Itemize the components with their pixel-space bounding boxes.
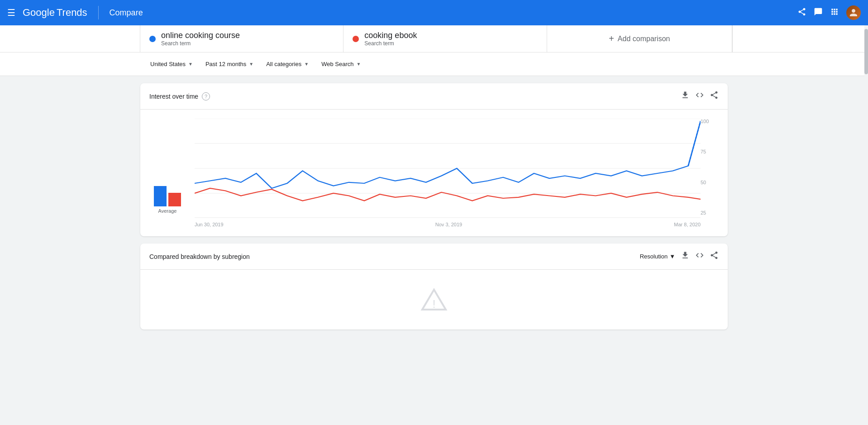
resolution-btn[interactable]: Resolution ▼ (640, 253, 675, 260)
type-label: Web Search (321, 61, 353, 67)
svg-text:!: ! (433, 298, 436, 310)
menu-icon[interactable]: ☰ (7, 7, 15, 18)
interest-over-time-card: Interest over time ? (140, 83, 728, 236)
x-label-2: Nov 3, 2019 (435, 222, 462, 227)
right-spacer (732, 25, 868, 52)
y-100: 100 (701, 119, 719, 124)
search-bar: online cooking course Search term cookin… (0, 25, 868, 53)
logo-trends: Trends (57, 7, 87, 19)
subregion-content: ! (140, 270, 728, 329)
term1-name: online cooking course (161, 31, 240, 40)
subregion-title: Compared breakdown by subregion (149, 253, 250, 260)
type-arrow: ▼ (356, 62, 361, 67)
time-label: Past 12 months (205, 61, 246, 67)
scrollbar-track (864, 25, 868, 425)
add-comparison-btn[interactable]: + Add comparison (547, 25, 732, 52)
left-spacer (0, 25, 140, 52)
category-filter[interactable]: All categories ▼ (261, 58, 314, 70)
warning-icon: ! (420, 288, 448, 311)
chart-main: 100 75 50 25 Jun 30, 2019 Nov 3, 2019 Ma… (195, 119, 701, 227)
term2-type: Search term (364, 40, 417, 47)
avatar[interactable] (846, 5, 861, 20)
y-labels: 100 75 50 25 (701, 119, 719, 227)
card-actions-interest (681, 91, 719, 102)
filters-bar: United States ▼ Past 12 months ▼ All cat… (0, 53, 868, 76)
header-left: ☰ Google Trends Compare (7, 6, 143, 19)
location-filter[interactable]: United States ▼ (145, 58, 198, 70)
term2-name: cooking ebook (364, 31, 417, 40)
compare-label: Compare (110, 8, 143, 18)
card-title-row: Interest over time ? (149, 92, 210, 100)
resolution-group: Resolution ▼ (640, 251, 719, 262)
type-filter[interactable]: Web Search ▼ (316, 58, 366, 70)
header-right (797, 5, 861, 20)
term2-info: cooking ebook Search term (364, 31, 417, 47)
plus-icon: + (609, 33, 614, 44)
term1-type: Search term (161, 40, 240, 47)
embed-subregion-icon[interactable] (695, 251, 704, 262)
feedback-icon[interactable] (814, 7, 823, 19)
header: ☰ Google Trends Compare (0, 0, 868, 25)
time-filter[interactable]: Past 12 months ▼ (200, 58, 259, 70)
share-icon[interactable] (797, 7, 806, 19)
avg-label: Average (158, 208, 177, 214)
category-arrow: ▼ (304, 62, 309, 67)
y-75: 75 (701, 149, 719, 154)
avg-bars (154, 186, 181, 206)
help-icon[interactable]: ? (202, 92, 210, 100)
avg-bar-red (168, 193, 181, 206)
x-label-1: Jun 30, 2019 (195, 222, 224, 227)
y-50: 50 (701, 180, 719, 185)
download-icon[interactable] (681, 91, 690, 102)
category-label: All categories (266, 61, 301, 67)
card-title-interest: Interest over time (149, 93, 198, 100)
share-subregion-icon[interactable] (710, 251, 719, 262)
avg-bar-blue (154, 186, 167, 206)
chart-area: Average 100 75 50 25 (140, 110, 728, 236)
share-chart-icon[interactable] (710, 91, 719, 102)
subregion-card: Compared breakdown by subregion Resoluti… (140, 244, 728, 329)
search-term-1[interactable]: online cooking course Search term (140, 25, 343, 52)
header-divider (98, 6, 99, 19)
location-arrow: ▼ (188, 62, 193, 67)
search-term-2[interactable]: cooking ebook Search term (343, 25, 547, 52)
y-25: 25 (701, 210, 719, 215)
logo-google: Google (23, 7, 55, 19)
main-content: Interest over time ? (0, 76, 868, 337)
chart-left-avg: Average (140, 119, 195, 227)
resolution-arrow: ▼ (669, 253, 675, 260)
x-label-3: Mar 8, 2020 (674, 222, 701, 227)
location-label: United States (150, 61, 186, 67)
time-arrow: ▼ (249, 62, 253, 67)
dot-term2 (353, 36, 359, 42)
embed-icon[interactable] (695, 91, 704, 102)
resolution-label: Resolution (640, 253, 668, 260)
chart-svg: 100 75 50 25 (195, 119, 701, 218)
subregion-header: Compared breakdown by subregion Resoluti… (140, 244, 728, 269)
x-labels: Jun 30, 2019 Nov 3, 2019 Mar 8, 2020 (195, 220, 701, 227)
card-header-interest: Interest over time ? (140, 83, 728, 110)
logo: Google Trends (23, 7, 87, 19)
download-subregion-icon[interactable] (681, 251, 690, 262)
term1-info: online cooking course Search term (161, 31, 240, 47)
add-comparison-label: Add comparison (618, 35, 670, 43)
dot-term1 (149, 36, 156, 42)
apps-icon[interactable] (830, 7, 839, 19)
scrollbar-thumb[interactable] (864, 29, 868, 74)
